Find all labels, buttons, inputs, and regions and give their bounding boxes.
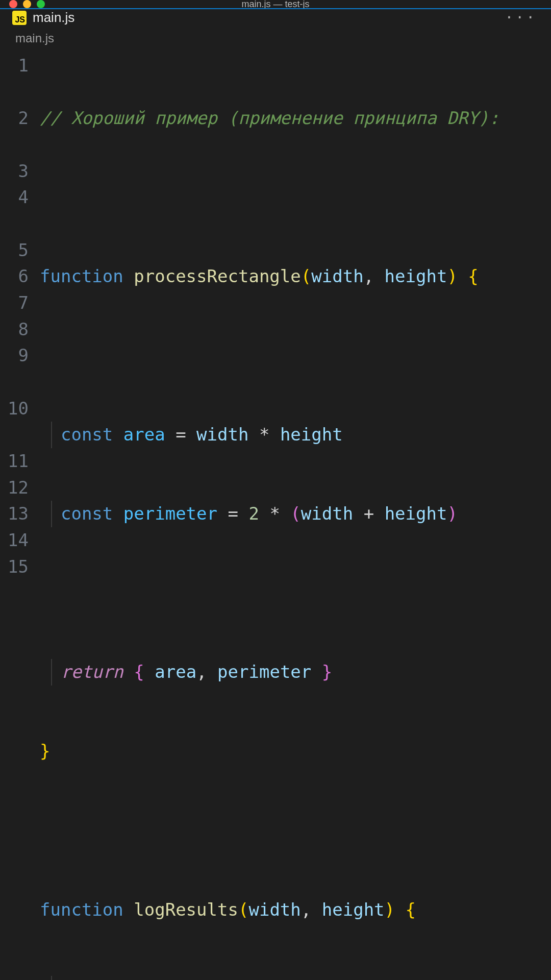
breadcrumb-item: main.js — [15, 31, 54, 45]
code-line: return { area, perimeter } — [36, 659, 541, 685]
tab-bar: JS main.js ··· — [0, 8, 551, 26]
breadcrumb[interactable]: main.js — [0, 26, 551, 48]
tab-label: main.js — [33, 10, 74, 26]
code-area[interactable]: // Хороший пример (применение принципа D… — [36, 53, 551, 980]
code-line: const perimeter = 2 * (width + height) — [36, 501, 541, 527]
js-file-icon: JS — [12, 11, 27, 25]
tab-actions: ··· — [87, 9, 551, 26]
code-line: // Хороший пример (применение принципа D… — [36, 105, 541, 132]
titlebar: main.js — test-js — [0, 0, 551, 8]
line-gutter: 1 2 3 4 5 6 7 8 9 10 11 12 13 14 15 — [0, 53, 36, 980]
code-line: function logResults(width, height) { — [36, 897, 541, 923]
code-line: const { area, perimeter } = processRecta… — [36, 976, 541, 980]
code-line: } — [36, 738, 541, 765]
code-editor[interactable]: 1 2 3 4 5 6 7 8 9 10 11 12 13 14 15 // Х… — [0, 48, 551, 980]
code-line: function processRectangle(width, height)… — [36, 263, 541, 290]
more-icon[interactable]: ··· — [505, 9, 537, 26]
code-line: const area = width * height — [36, 422, 541, 448]
editor-window: main.js — test-js JS main.js ··· main.js… — [0, 0, 551, 980]
tab-main-js[interactable]: JS main.js — [0, 9, 87, 26]
